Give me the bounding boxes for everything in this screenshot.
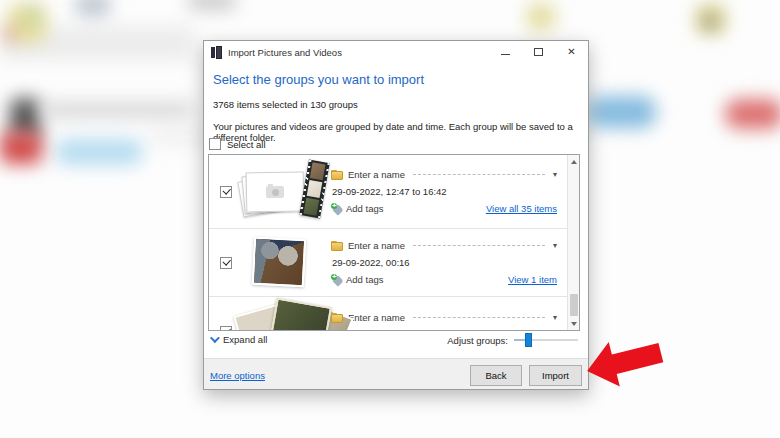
back-button[interactable]: Back [470,365,522,386]
more-options-link[interactable]: More options [210,370,265,381]
blurred-desktop-icon [527,4,555,30]
blurred-dot [4,28,16,40]
group-thumbnail [239,232,331,294]
scroll-down-icon [571,322,577,326]
group-row: Enter a name ▾ 29-09-2022, 00:16 Add tag… [209,229,567,297]
title-bar: Import Pictures and Videos ✕ [204,41,588,63]
blurred-red-icon [0,132,42,164]
select-all-row: Select all [209,138,266,150]
expand-all-toggle[interactable]: Expand all [210,334,267,345]
group-date-range: 29-09-2022, 12:47 to 16:42 [331,186,557,197]
dropdown-caret-icon[interactable]: ▾ [553,313,557,322]
blurred-desktop-icon [76,0,110,16]
group-thumbnail [239,302,331,330]
group-date-range: 29-09-2022, 00:16 [331,257,557,268]
window-title: Import Pictures and Videos [228,47,342,58]
view-items-link[interactable]: View all 35 items [486,203,557,214]
add-tags-icon [331,274,342,285]
red-arrow-pointer [578,324,670,400]
blurred-blue-button [588,96,656,128]
import-pictures-dialog: Import Pictures and Videos ✕ Select the … [203,40,589,390]
dropdown-caret-icon[interactable]: ▾ [553,170,557,179]
scroll-up-button[interactable] [568,155,579,168]
adjust-groups-slider[interactable] [514,332,578,348]
scroll-up-icon [571,160,577,164]
maximize-button[interactable] [522,41,555,63]
blurred-dot [28,10,38,20]
scrollbar-thumb[interactable] [570,294,578,316]
group-name-input[interactable]: Enter a name [348,312,405,323]
group-row: Enter a name ▾ [209,297,567,330]
scroll-down-button[interactable] [568,317,579,330]
maximize-icon [534,48,543,56]
group-row: Enter a name ▾ 29-09-2022, 12:47 to 16:4… [209,155,567,229]
group-name-input[interactable]: Enter a name [348,240,405,251]
group-list: Enter a name ▾ 29-09-2022, 12:47 to 16:4… [208,154,580,331]
select-all-label: Select all [227,139,266,150]
add-tags-link[interactable]: Add tags [331,274,384,285]
slider-handle[interactable] [525,333,532,347]
add-tags-icon [331,203,342,214]
filmstrip-thumbnail [299,159,329,218]
minimize-icon [501,54,510,55]
expand-all-chevron-icon [210,333,220,343]
grouping-description: Your pictures and videos are grouped by … [213,121,588,143]
close-button[interactable]: ✕ [555,41,588,63]
group-checkbox[interactable] [220,326,232,330]
page-title: Select the groups you want to import [213,72,424,87]
blurred-red-button [725,99,780,129]
app-icon [211,46,222,59]
adjust-groups-control: Adjust groups: [447,332,578,348]
folder-icon [331,313,343,323]
dialog-footer: More options Back Import [204,359,588,389]
folder-icon [331,170,343,180]
blurred-dot [704,16,716,28]
import-button[interactable]: Import [529,365,582,386]
group-checkbox[interactable] [220,186,232,198]
select-all-checkbox[interactable] [209,138,221,150]
list-scrollbar[interactable] [567,155,579,330]
blurred-blue-button [55,139,143,165]
camera-placeholder-icon [266,185,284,197]
adjust-groups-label: Adjust groups: [447,335,508,346]
group-checkbox[interactable] [220,257,232,269]
dropdown-caret-icon[interactable]: ▾ [553,241,557,250]
selection-summary: 3768 items selected in 130 groups [213,99,358,110]
view-items-link[interactable]: View 1 item [508,274,557,285]
close-icon: ✕ [567,47,575,57]
group-name-input[interactable]: Enter a name [348,169,405,180]
add-tags-link[interactable]: Add tags [331,203,384,214]
blurred-text-strip [42,102,194,118]
folder-icon [331,241,343,251]
minimize-button[interactable] [489,41,522,63]
blurred-desktop-icon [188,0,236,10]
group-thumbnail [239,161,331,223]
